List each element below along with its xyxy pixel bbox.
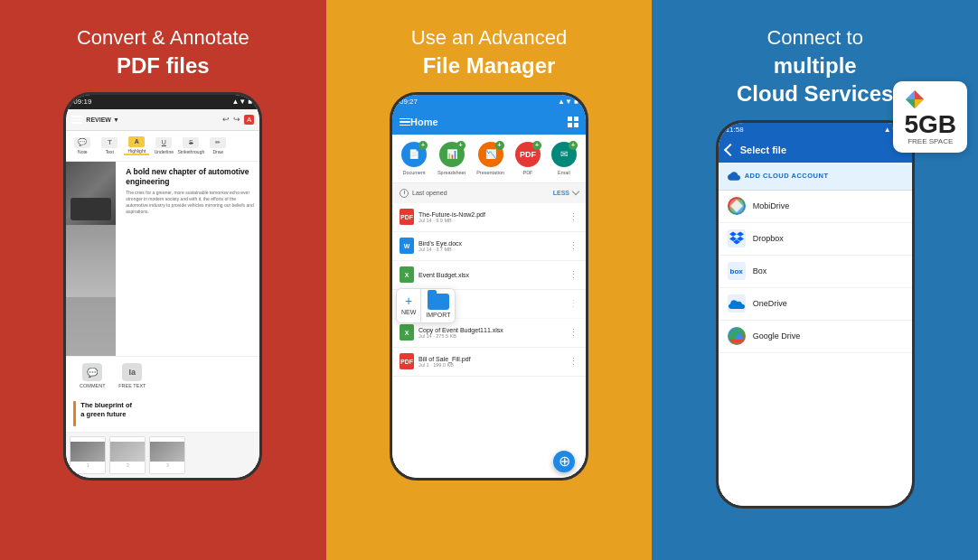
comment-tool[interactable]: 💬 COMMENT	[75, 363, 109, 388]
file-menu-4[interactable]: ⋮	[569, 298, 578, 310]
panel-file-manager: Use an Advanced File Manager 09:27 ▲▼ ■ …	[326, 0, 653, 560]
pdf-type[interactable]: PDF + PDF	[515, 142, 541, 175]
quote-section: The blueprint of a green future	[66, 396, 259, 433]
gdrive-item[interactable]: Google Drive	[719, 321, 912, 353]
grid-view-icon[interactable]	[568, 117, 578, 127]
storage-size: 5GB	[904, 112, 956, 137]
thumbnail-strip: 1 2 3	[66, 433, 259, 478]
plus-icon: +	[405, 294, 412, 308]
file-meta-1: Jul 14 · 9.9 MB	[418, 218, 564, 223]
toolbar-title-2: Home	[410, 117, 438, 127]
new-button[interactable]: + NEW	[397, 289, 421, 322]
file-menu-3[interactable]: ⋮	[569, 269, 578, 281]
onedrive-name: OneDrive	[753, 299, 787, 308]
gdrive-name: Google Drive	[753, 331, 801, 341]
toolbar-3: Select file	[719, 137, 912, 163]
underline-tool[interactable]: U Underline	[151, 137, 176, 154]
draw-tool[interactable]: ✏ Draw	[205, 137, 230, 154]
file-item-1[interactable]: PDF The-Future-is-Now2.pdf Jul 14 · 9.9 …	[392, 203, 586, 232]
file-item-6[interactable]: PDF Bill of Sale_Fill.pdf Jul 1 · 199.0 …	[392, 348, 586, 377]
hamburger-icon[interactable]	[71, 116, 82, 124]
chevron-icon	[572, 188, 579, 195]
file-menu-1[interactable]: ⋮	[569, 211, 578, 223]
statusbar-3: 11:58 ▲▼ ■	[719, 123, 912, 137]
thumb-2[interactable]: 2	[109, 436, 146, 474]
box-logo: box	[728, 262, 746, 280]
text-tool[interactable]: T Text	[97, 137, 122, 154]
phone-mockup-1: 09:19 ▲▼ ■ REVIEW ▼ ↩ ↪ A 💬 Note	[63, 92, 262, 481]
file-name-5: Copy of Event Budget111.xlsx	[418, 327, 564, 333]
toolbar-2: Home	[392, 109, 586, 135]
onedrive-logo	[728, 294, 746, 313]
file-menu-5[interactable]: ⋮	[569, 327, 578, 339]
pdf-icon-6: PDF	[400, 353, 414, 369]
storage-badge: 5GB FREE SPACE	[893, 81, 967, 153]
strike-tool[interactable]: S Strikethrough	[178, 137, 203, 154]
mobidrive-badge-logo	[904, 89, 926, 110]
section-header: Last opened LESS	[392, 183, 586, 203]
doc-image	[66, 162, 116, 356]
panel-convert-annotate: Convert & Annotate PDF files 09:19 ▲▼ ■ …	[0, 0, 326, 560]
cloud-content: ADD CLOUD ACCOUNT MobiDrive	[719, 163, 912, 506]
file-menu-6[interactable]: ⋮	[569, 356, 578, 368]
panel-1-title: Convert & Annotate PDF files	[77, 25, 249, 79]
mobidrive-name: MobiDrive	[753, 201, 790, 210]
gdrive-logo	[728, 327, 746, 345]
pdf-badge: A	[244, 115, 254, 125]
less-button[interactable]: LESS	[553, 190, 569, 196]
folder-icon	[428, 294, 449, 310]
annotate-toolbar: 💬 Note T Text A Highlight U Underline S	[66, 131, 259, 162]
fab-button[interactable]: ⊕	[553, 451, 575, 472]
statusbar-1: 09:19 ▲▼ ■	[66, 95, 259, 109]
file-name-2: Bird's Eye.docx	[418, 240, 564, 247]
phone-mockup-3: 11:58 ▲▼ ■ Select file ADD CLOUD ACCOUNT	[716, 120, 915, 509]
import-button[interactable]: IMPORT	[421, 289, 455, 322]
fab-area: ⊕	[392, 442, 586, 478]
note-tool[interactable]: 💬 Note	[70, 137, 95, 154]
free-text-tool[interactable]: Ia FREE TEXT	[115, 363, 149, 388]
file-item-3[interactable]: X Event Budget.xlsx ⋮	[392, 261, 586, 290]
clock-icon	[400, 189, 409, 198]
file-name-1: The-Future-is-Now2.pdf	[418, 211, 564, 218]
pdf-icon-1: PDF	[400, 209, 414, 225]
back-button[interactable]	[724, 144, 737, 156]
file-meta-2: Jul 14 · 3.7 MB	[418, 247, 564, 252]
toolbar-title-3: Select file	[740, 145, 786, 155]
quote-text: The blueprint of a green future	[80, 401, 132, 420]
doc-type[interactable]: 📄 + Document	[401, 142, 427, 175]
undo-icon[interactable]: ↩	[222, 115, 230, 124]
spreadsheet-type[interactable]: 📊 + Spreadsheet	[437, 142, 465, 175]
freetext-icon: Ia	[122, 363, 142, 381]
email-type[interactable]: ✉ + Email	[551, 142, 577, 175]
dropbox-logo	[728, 229, 746, 247]
dropbox-item[interactable]: Dropbox	[719, 223, 912, 256]
file-menu-2[interactable]: ⋮	[569, 240, 578, 252]
xls-icon-3: X	[400, 266, 414, 283]
xls-icon-5: X	[400, 324, 414, 341]
thumb-3[interactable]: 3	[149, 436, 185, 474]
redo-icon[interactable]: ↪	[233, 115, 240, 124]
toolbar-1: REVIEW ▼ ↩ ↪ A	[66, 109, 259, 131]
doc-body: The cries for a greener, more sustainabl…	[126, 190, 254, 215]
hamburger-icon-2[interactable]	[400, 118, 410, 126]
box-item[interactable]: box Box	[719, 256, 912, 288]
thumb-1[interactable]: 1	[70, 436, 106, 474]
panel-2-title: Use an Advanced File Manager	[411, 25, 567, 79]
onedrive-item[interactable]: OneDrive	[719, 288, 912, 321]
box-name: Box	[753, 266, 767, 275]
file-name-6: Bill of Sale_Fill.pdf	[418, 356, 564, 362]
file-list: PDF The-Future-is-Now2.pdf Jul 14 · 9.9 …	[392, 203, 586, 442]
panel-3-title: Connect to multiple Cloud Services	[737, 25, 893, 107]
mobidrive-logo	[728, 197, 746, 215]
file-item-2[interactable]: W Bird's Eye.docx Jul 14 · 3.7 MB ⋮	[392, 232, 586, 261]
file-name-3: Event Budget.xlsx	[418, 272, 564, 278]
doc-text: A bold new chapter of automotive enginee…	[116, 162, 259, 356]
toolbar-mode: REVIEW ▼	[86, 117, 119, 123]
mobidrive-item[interactable]: MobiDrive	[719, 191, 912, 223]
file-type-grid: 📄 + Document 📊 + Spreadsheet 📉 +	[392, 135, 586, 183]
add-cloud-bar[interactable]: ADD CLOUD ACCOUNT	[719, 163, 912, 191]
file-meta-6: Jul 1 · 199.0 KB	[418, 362, 564, 368]
highlight-tool[interactable]: A Highlight	[124, 136, 149, 155]
storage-label: FREE SPACE	[904, 137, 956, 145]
presentation-type[interactable]: 📉 + Presentation	[476, 142, 504, 175]
